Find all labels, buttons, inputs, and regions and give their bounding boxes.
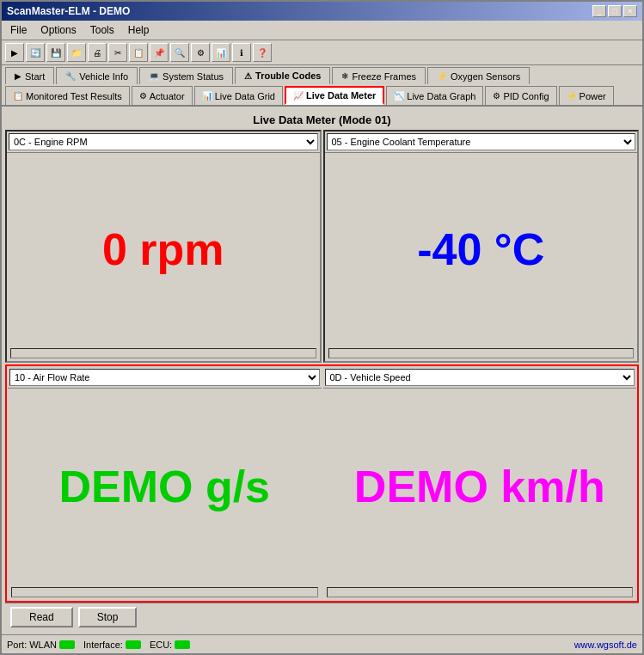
status-left: Port: WLAN Interface: ECU: (7, 640, 190, 650)
tab-freeze-frames[interactable]: ❄ Freeze Frames (332, 67, 426, 84)
meter-rpm-dropdown: 0C - Engine RPM (7, 132, 320, 153)
tab-system-status[interactable]: 💻 System Status (139, 67, 233, 84)
tab-start-label: Start (25, 71, 45, 82)
tab-power[interactable]: ⚡ Power (559, 86, 614, 105)
meter-rpm-bar (10, 348, 316, 358)
window-controls: _ □ × (592, 5, 637, 17)
meter-engine-rpm: 0C - Engine RPM 0 rpm (5, 130, 322, 363)
pid-config-icon: ⚙ (493, 91, 500, 101)
toolbar-btn-13[interactable]: ❓ (253, 43, 272, 62)
trouble-codes-icon: ⚠ (244, 71, 252, 81)
tab-power-label: Power (580, 91, 606, 101)
toolbar-btn-1[interactable]: ▶ (5, 43, 24, 62)
stop-button[interactable]: Stop (78, 607, 138, 627)
meter-coolant-select[interactable]: 05 - Engine Coolant Temperature (327, 133, 636, 150)
menu-tools[interactable]: Tools (85, 22, 120, 38)
close-button[interactable]: × (623, 5, 637, 17)
toolbar-btn-4[interactable]: 📁 (67, 43, 86, 62)
website-url: www.wgsoft.de (574, 640, 637, 650)
meter-airflow-value-area: DEMO g/s (8, 389, 322, 585)
live-data-meter-icon: 📈 (293, 91, 304, 101)
port-label: Port: (7, 640, 27, 650)
tab-live-data-meter[interactable]: 📈 Live Data Meter (285, 86, 384, 105)
menu-options[interactable]: Options (35, 22, 81, 38)
menu-file[interactable]: File (5, 22, 32, 38)
meter-coolant-value-area: -40 °C (325, 153, 638, 346)
maximize-button[interactable]: □ (608, 5, 622, 17)
window-title: ScanMaster-ELM - DEMO (7, 5, 130, 17)
port-value: WLAN (29, 640, 57, 650)
meter-air-flow: 10 - Air Flow Rate DEMO g/s (8, 367, 322, 600)
live-data-grid-icon: 📊 (202, 91, 212, 101)
tab-trouble-codes-label: Trouble Codes (255, 70, 321, 81)
tab-live-data-grid-label: Live Data Grid (215, 91, 275, 101)
meter-airflow-value: DEMO g/s (58, 461, 270, 512)
main-window: ScanMaster-ELM - DEMO _ □ × File Options… (0, 0, 644, 655)
tabs-row2: 📋 Monitored Test Results ⚙ Actuator 📊 Li… (2, 84, 642, 107)
tab-system-status-label: System Status (163, 71, 224, 82)
toolbar-btn-7[interactable]: 📋 (129, 43, 148, 62)
meter-airflow-select[interactable]: 10 - Air Flow Rate (9, 369, 320, 386)
meter-airflow-bar-area (8, 585, 322, 600)
meters-bottom-row-demo: 10 - Air Flow Rate DEMO g/s 0D - Vehicle (5, 364, 639, 603)
meter-coolant-bar-area (325, 346, 638, 361)
tab-live-data-graph-label: Live Data Graph (407, 91, 475, 101)
tab-trouble-codes[interactable]: ⚠ Trouble Codes (235, 67, 330, 84)
toolbar-btn-3[interactable]: 💾 (46, 43, 65, 62)
meter-speed-value: DEMO km/h (354, 461, 605, 512)
tab-actuator[interactable]: ⚙ Actuator (132, 86, 193, 105)
action-buttons: Read Stop (5, 603, 639, 631)
meter-rpm-value-area: 0 rpm (7, 153, 320, 346)
toolbar-btn-2[interactable]: 🔄 (26, 43, 45, 62)
read-button[interactable]: Read (10, 607, 73, 627)
content-area: Live Data Meter (Mode 01) 0C - Engine RP… (2, 107, 642, 634)
tab-actuator-label: Actuator (150, 91, 185, 101)
section-title: Live Data Meter (Mode 01) (5, 110, 639, 130)
meter-coolant-dropdown: 05 - Engine Coolant Temperature (325, 132, 638, 153)
tab-oxygen-sensors[interactable]: ⚡ Oxygen Sensors (427, 67, 530, 84)
meter-coolant-value: -40 °C (417, 223, 544, 275)
tab-monitored-label: Monitored Test Results (26, 91, 122, 101)
meter-rpm-bar-area (7, 346, 320, 361)
meter-coolant-bar (328, 348, 635, 358)
monitored-icon: 📋 (13, 91, 23, 101)
toolbar-btn-10[interactable]: ⚙ (191, 43, 210, 62)
meters-top-row: 0C - Engine RPM 0 rpm 05 - Engine Coolan… (5, 130, 639, 363)
status-interface: Interface: (83, 640, 141, 650)
minimize-button[interactable]: _ (592, 5, 606, 17)
tab-live-data-graph[interactable]: 📉 Live Data Graph (386, 86, 483, 105)
toolbar-btn-9[interactable]: 🔍 (170, 43, 189, 62)
meter-airflow-dropdown: 10 - Air Flow Rate (8, 367, 322, 389)
toolbar-btn-11[interactable]: 📊 (212, 43, 230, 62)
toolbar-btn-12[interactable]: ℹ (232, 43, 251, 62)
tab-pid-config[interactable]: ⚙ PID Config (485, 86, 556, 105)
toolbar: ▶ 🔄 💾 📁 🖨 ✂ 📋 📌 🔍 ⚙ 📊 ℹ ❓ (2, 40, 642, 65)
start-icon: ▶ (15, 71, 21, 81)
toolbar-btn-5[interactable]: 🖨 (88, 43, 107, 62)
title-bar: ScanMaster-ELM - DEMO _ □ × (2, 2, 642, 21)
meter-speed-bar (327, 587, 634, 597)
meter-vehicle-speed: 0D - Vehicle Speed DEMO km/h (323, 367, 637, 600)
menu-help[interactable]: Help (123, 22, 155, 38)
vehicle-info-icon: 🔧 (65, 71, 76, 81)
meter-rpm-value: 0 rpm (102, 223, 224, 275)
freeze-frames-icon: ❄ (341, 71, 348, 81)
meter-rpm-select[interactable]: 0C - Engine RPM (9, 133, 318, 150)
actuator-icon: ⚙ (139, 91, 147, 101)
tab-monitored-test-results[interactable]: 📋 Monitored Test Results (5, 86, 130, 105)
meter-speed-dropdown: 0D - Vehicle Speed (323, 367, 637, 389)
tab-start[interactable]: ▶ Start (5, 67, 54, 84)
menu-bar: File Options Tools Help (2, 21, 642, 40)
port-led (59, 640, 75, 649)
meter-speed-select[interactable]: 0D - Vehicle Speed (325, 369, 635, 386)
tab-vehicle-info-label: Vehicle Info (79, 71, 128, 82)
interface-led (126, 640, 141, 649)
status-port: Port: WLAN (7, 640, 75, 650)
tab-live-data-grid[interactable]: 📊 Live Data Grid (194, 86, 283, 105)
tab-vehicle-info[interactable]: 🔧 Vehicle Info (56, 67, 138, 84)
toolbar-btn-6[interactable]: ✂ (108, 43, 127, 62)
tab-freeze-frames-label: Freeze Frames (352, 71, 416, 82)
meter-speed-bar-area (323, 585, 637, 600)
toolbar-btn-8[interactable]: 📌 (150, 43, 169, 62)
power-icon: ⚡ (567, 91, 577, 101)
